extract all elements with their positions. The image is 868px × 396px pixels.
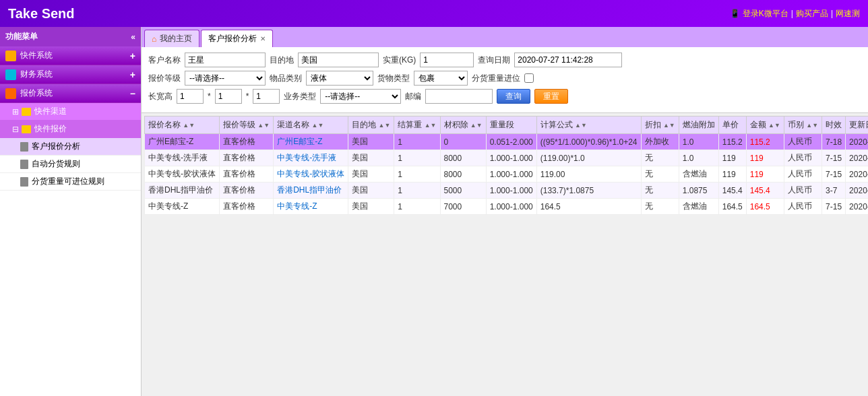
multiply-2: *	[246, 92, 249, 101]
cell-timelimit-3: 3-7	[822, 183, 846, 199]
cell-dest-1: 美国	[348, 150, 394, 166]
main-content: ⌂ 我的主页 客户报价分析 ✕ 客户名称 目的地 实重(KG) 查询日期	[142, 27, 868, 396]
business-label: 业务类型	[284, 91, 316, 102]
col-header-timelimit[interactable]: 时效	[822, 117, 846, 134]
cell-amount-0: 115.2	[746, 134, 784, 150]
folder-icon-channels	[22, 108, 31, 116]
cargo-select[interactable]: 包裹	[414, 71, 468, 86]
col-header-currency[interactable]: 币别 ▲▼	[784, 117, 822, 134]
cell-discount-4: 无	[641, 199, 679, 215]
sidebar-item-express-toggle[interactable]: +	[130, 51, 135, 61]
col-header-updatedate[interactable]: 更新日期	[846, 117, 868, 134]
sidebar-leaf-customer-analysis[interactable]: 客户报价分析	[0, 138, 141, 156]
sidebar-leaf-weight-label: 分货重量可进位规则	[32, 176, 104, 187]
cell-amount-2: 119	[746, 166, 784, 183]
query-button[interactable]: 查询	[497, 89, 530, 104]
cell-discount-2: 无	[641, 166, 679, 183]
sidebar-item-finance[interactable]: 财务系统 +	[0, 65, 141, 84]
query-date-input[interactable]	[514, 53, 622, 67]
business-select[interactable]: --请选择--	[320, 89, 401, 104]
tab-customer-analysis[interactable]: 客户报价分析 ✕	[201, 30, 273, 47]
length-input[interactable]	[177, 89, 204, 104]
cell-currency-3: 人民币	[784, 183, 822, 199]
col-header-unitprice[interactable]: 单价	[718, 117, 746, 134]
postal-input[interactable]	[425, 89, 493, 104]
cell-updatedate-4: 2020-07-06	[846, 199, 868, 215]
buy-link[interactable]: 购买产品	[796, 8, 828, 20]
sidebar-item-express[interactable]: 快件系统 +	[0, 46, 141, 65]
expand-icon-channels: ⊞	[12, 107, 19, 117]
form-row-2: 报价等级 --请选择-- 物品类别 液体 货物类型 包裹 分货重量进位	[148, 71, 861, 86]
split-checkbox[interactable]	[524, 73, 534, 83]
destination-input[interactable]	[298, 53, 379, 67]
col-header-discount[interactable]: 折扣 ▲▼	[641, 117, 679, 134]
cell-grade-4: 直客价格	[220, 199, 274, 215]
sidebar-leaf-auto-label: 自动分货规则	[32, 158, 80, 170]
split-label: 分货重量进位	[472, 73, 520, 84]
sidebar-subsection-quotes[interactable]: ⊟ 快件报价	[0, 121, 141, 138]
cell-channel-1[interactable]: 中美专线-洗手液	[274, 150, 348, 166]
multiply-1: *	[208, 92, 211, 101]
width-input[interactable]	[215, 89, 242, 104]
cell-fuel-1: 1.0	[679, 150, 718, 166]
sidebar-item-finance-toggle[interactable]: +	[130, 69, 135, 80]
cell-amount-3: 145.4	[746, 183, 784, 199]
doc-icon-auto	[20, 160, 28, 169]
cell-amount-1: 119	[746, 150, 784, 166]
cargo-label: 货物类型	[377, 73, 410, 84]
goods-select[interactable]: 液体	[306, 71, 373, 86]
cell-timelimit-2: 7-15	[822, 166, 846, 183]
cell-grade-2: 直客价格	[220, 166, 274, 183]
col-header-formula[interactable]: 计算公式 ▲▼	[536, 117, 641, 134]
col-header-fuel[interactable]: 燃油附加	[679, 117, 718, 134]
doc-icon-customer	[20, 142, 28, 152]
col-header-weightrange[interactable]: 重量段	[486, 117, 536, 134]
main-layout: 功能菜单 « 快件系统 + 财务系统 + 报价系统 − ⊞ 快件渠道 ⊟ 快件报…	[0, 27, 868, 396]
sidebar-leaf-auto-rules[interactable]: 自动分货规则	[0, 156, 141, 173]
cell-timelimit-1: 7-15	[822, 150, 846, 166]
col-header-dest[interactable]: 目的地 ▲▼	[348, 117, 394, 134]
cell-name-4: 中美专线-Z	[145, 199, 220, 215]
grade-select[interactable]: --请选择--	[185, 71, 266, 86]
col-header-grade[interactable]: 报价等级 ▲▼	[220, 117, 274, 134]
cell-currency-1: 人民币	[784, 150, 822, 166]
login-link[interactable]: 登录K微平台	[743, 8, 788, 20]
tab-home[interactable]: ⌂ 我的主页	[144, 30, 199, 47]
reset-button[interactable]: 重置	[534, 89, 568, 104]
customer-input[interactable]	[185, 53, 266, 67]
sidebar-leaf-weight-rules[interactable]: 分货重量可进位规则	[0, 173, 141, 191]
cell-name-0: 广州E邮宝-Z	[145, 134, 220, 150]
weight-input[interactable]	[420, 53, 474, 67]
col-header-calcweight[interactable]: 结算重 ▲▼	[394, 117, 440, 134]
cell-calcweight-2: 1	[394, 166, 440, 183]
sidebar-collapse-icon[interactable]: «	[131, 32, 135, 42]
col-header-amount[interactable]: 金额 ▲▼	[746, 117, 784, 134]
folder-icon-quotes	[22, 125, 31, 133]
cell-unitprice-4: 164.5	[718, 199, 746, 215]
cell-weightrange-1: 1.000-1.000	[486, 150, 536, 166]
sidebar-title: 功能菜单	[5, 31, 38, 42]
cell-channel-2[interactable]: 中美专线-胶状液体	[274, 166, 348, 183]
col-header-channel[interactable]: 渠道名称 ▲▼	[274, 117, 348, 134]
sidebar-item-quote-label: 报价系统	[20, 88, 130, 99]
doc-icon-weight	[20, 177, 28, 187]
cell-channel-0[interactable]: 广州E邮宝-Z	[274, 134, 348, 150]
cell-calcweight-4: 1	[394, 199, 440, 215]
sidebar-item-quote-toggle[interactable]: −	[130, 88, 135, 99]
cell-updatedate-0: 2020-07-25	[846, 134, 868, 150]
tab-close-icon[interactable]: ✕	[260, 35, 266, 42]
sidebar-header: 功能菜单 «	[0, 27, 141, 46]
grade-label: 报价等级	[148, 73, 181, 84]
cell-channel-4[interactable]: 中美专线-Z	[274, 199, 348, 215]
cell-timelimit-4: 7-15	[822, 199, 846, 215]
col-header-name[interactable]: 报价名称 ▲▼	[145, 117, 220, 134]
cell-formula-3: (133.7)*1.0875	[536, 183, 641, 199]
app-header: Take Send 📱 登录K微平台 | 购买产品 | 网速测	[0, 0, 868, 27]
network-link[interactable]: 网速测	[836, 8, 860, 20]
height-input[interactable]	[253, 89, 280, 104]
cell-channel-3[interactable]: 香港DHL指甲油价	[274, 183, 348, 199]
sidebar-subsection-channels[interactable]: ⊞ 快件渠道	[0, 103, 141, 121]
col-header-material[interactable]: 材积除 ▲▼	[440, 117, 486, 134]
cell-calcweight-3: 1	[394, 183, 440, 199]
sidebar-item-quote[interactable]: 报价系统 −	[0, 84, 141, 103]
